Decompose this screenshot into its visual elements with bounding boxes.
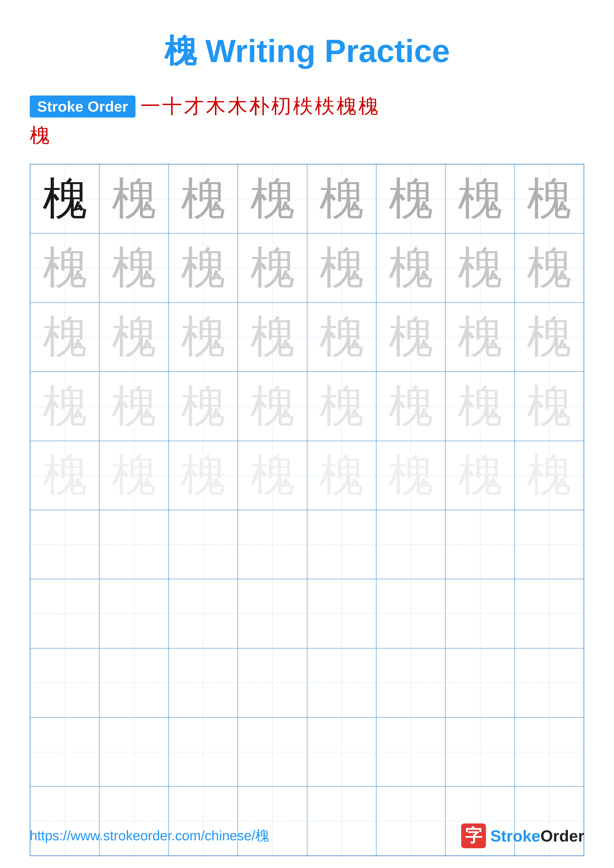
grid-cell-r7c6[interactable]: [376, 579, 445, 648]
grid-cell-r3c7[interactable]: 槐: [445, 302, 515, 372]
char-display: 槐: [389, 307, 433, 367]
grid-cell-r8c2[interactable]: [99, 648, 168, 717]
grid-cell-r8c8[interactable]: [515, 648, 584, 717]
grid-cell-r5c3[interactable]: 槐: [169, 441, 238, 510]
char-display: 槐: [458, 377, 502, 436]
grid-cell-r8c5[interactable]: [307, 648, 376, 717]
grid-cell-r8c3[interactable]: [169, 648, 238, 717]
grid-cell-r6c7[interactable]: [445, 510, 515, 579]
grid-cell-r6c8[interactable]: [515, 510, 584, 579]
grid-cell-r2c6[interactable]: 槐: [376, 233, 445, 302]
char-display: 槐: [527, 169, 571, 229]
char-display: 槐: [43, 445, 87, 505]
grid-cell-r9c4[interactable]: [238, 717, 307, 786]
grid-cell-r2c2[interactable]: 槐: [99, 233, 168, 302]
stroke-char-2: 十: [162, 93, 182, 120]
grid-cell-r6c1[interactable]: [30, 510, 99, 579]
grid-cell-r5c8[interactable]: 槐: [515, 441, 584, 510]
grid-cell-r9c8[interactable]: [515, 717, 584, 786]
grid-cell-r8c1[interactable]: [30, 648, 99, 717]
grid-cell-r9c6[interactable]: [376, 717, 445, 786]
grid-cell-r5c1[interactable]: 槐: [30, 441, 99, 510]
grid-cell-r2c5[interactable]: 槐: [307, 233, 376, 302]
grid-cell-r1c1[interactable]: 槐: [30, 164, 99, 233]
stroke-char-3: 才: [184, 93, 204, 120]
grid-cell-r1c7[interactable]: 槐: [445, 164, 515, 233]
char-display: 槐: [527, 238, 571, 298]
char-display: 槐: [458, 238, 502, 298]
grid-cell-r2c1[interactable]: 槐: [30, 233, 99, 302]
grid-cell-r1c8[interactable]: 槐: [515, 164, 584, 233]
grid-cell-r3c6[interactable]: 槐: [376, 302, 445, 372]
grid-cell-r4c5[interactable]: 槐: [307, 372, 376, 441]
grid-cell-r9c7[interactable]: [445, 717, 515, 786]
grid-cell-r2c4[interactable]: 槐: [238, 233, 307, 302]
grid-cell-r8c6[interactable]: [376, 648, 445, 717]
grid-cell-r2c7[interactable]: 槐: [445, 233, 515, 302]
grid-cell-r6c3[interactable]: [169, 510, 238, 579]
char-display: 槐: [250, 238, 295, 298]
grid-cell-r7c4[interactable]: [238, 579, 307, 648]
char-display: 槐: [250, 377, 295, 436]
grid-cell-r7c1[interactable]: [30, 579, 99, 648]
grid-cell-r7c2[interactable]: [99, 579, 168, 648]
grid-cell-r1c2[interactable]: 槐: [99, 164, 168, 233]
char-display: 槐: [43, 169, 87, 229]
char-display: 槐: [389, 169, 433, 229]
stroke-second-line: 槐: [30, 122, 584, 149]
char-display: 槐: [112, 169, 156, 229]
grid-cell-r3c2[interactable]: 槐: [99, 302, 168, 372]
char-display: 槐: [112, 377, 156, 436]
grid-cell-r3c5[interactable]: 槐: [307, 302, 376, 372]
char-display: 槐: [389, 377, 433, 436]
char-display: 槐: [250, 307, 295, 367]
grid-cell-r1c6[interactable]: 槐: [376, 164, 445, 233]
grid-cell-r4c7[interactable]: 槐: [445, 372, 515, 441]
grid-cell-r9c2[interactable]: [99, 717, 168, 786]
grid-cell-r7c3[interactable]: [169, 579, 238, 648]
char-display: 槐: [319, 169, 364, 229]
grid-cell-r4c2[interactable]: 槐: [99, 372, 168, 441]
grid-cell-r7c8[interactable]: [515, 579, 584, 648]
char-display: 槐: [319, 307, 364, 367]
grid-cell-r5c5[interactable]: 槐: [307, 441, 376, 510]
grid-cell-r6c2[interactable]: [99, 510, 168, 579]
grid-cell-r3c3[interactable]: 槐: [169, 302, 238, 372]
stroke-char-6: 朴: [249, 93, 269, 120]
grid-cell-r8c4[interactable]: [238, 648, 307, 717]
grid-cell-r2c8[interactable]: 槐: [515, 233, 584, 302]
grid-cell-r4c8[interactable]: 槐: [515, 372, 584, 441]
char-display: 槐: [250, 445, 295, 505]
grid-cell-r1c5[interactable]: 槐: [307, 164, 376, 233]
page-title: 槐 Writing Practice: [164, 30, 450, 73]
grid-cell-r4c6[interactable]: 槐: [376, 372, 445, 441]
char-display: 槐: [458, 445, 502, 505]
grid-cell-r1c3[interactable]: 槐: [169, 164, 238, 233]
grid-cell-r6c6[interactable]: [376, 510, 445, 579]
grid-cell-r3c1[interactable]: 槐: [30, 302, 99, 372]
grid-cell-r2c3[interactable]: 槐: [169, 233, 238, 302]
grid-cell-r4c1[interactable]: 槐: [30, 372, 99, 441]
grid-cell-r6c5[interactable]: [307, 510, 376, 579]
grid-cell-r9c1[interactable]: [30, 717, 99, 786]
grid-cell-r7c5[interactable]: [307, 579, 376, 648]
grid-cell-r5c7[interactable]: 槐: [445, 441, 515, 510]
grid-cell-r5c4[interactable]: 槐: [238, 441, 307, 510]
grid-cell-r5c6[interactable]: 槐: [376, 441, 445, 510]
grid-cell-r4c3[interactable]: 槐: [169, 372, 238, 441]
practice-grid: 槐 槐 槐 槐 槐 槐 槐 槐 槐 槐 槐: [30, 164, 584, 856]
grid-cell-r8c7[interactable]: [445, 648, 515, 717]
grid-cell-r9c5[interactable]: [307, 717, 376, 786]
stroke-char-10: 槐: [337, 93, 356, 120]
grid-cell-r6c4[interactable]: [238, 510, 307, 579]
grid-cell-r4c4[interactable]: 槐: [238, 372, 307, 441]
grid-cell-r1c4[interactable]: 槐: [238, 164, 307, 233]
grid-cell-r7c7[interactable]: [445, 579, 515, 648]
grid-cell-r5c2[interactable]: 槐: [99, 441, 168, 510]
char-display: 槐: [181, 169, 225, 229]
char-display: 槐: [319, 445, 364, 505]
grid-cell-r3c4[interactable]: 槐: [238, 302, 307, 372]
grid-cell-r9c3[interactable]: [169, 717, 238, 786]
char-display: 槐: [43, 307, 87, 367]
grid-cell-r3c8[interactable]: 槐: [515, 302, 584, 372]
